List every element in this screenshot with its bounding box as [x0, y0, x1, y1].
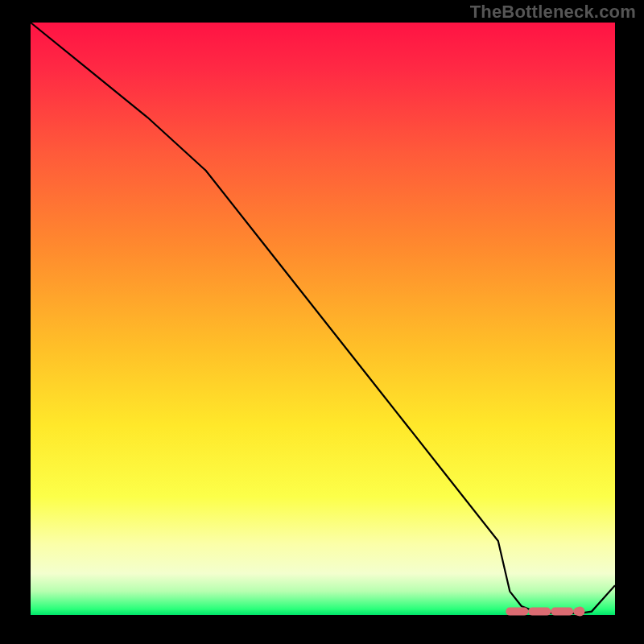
chart-frame: TheBottleneck.com [0, 0, 644, 644]
watermark-label: TheBottleneck.com [470, 2, 636, 23]
plot-area [31, 23, 615, 615]
bottleneck-line [31, 23, 615, 613]
curve-marker [575, 607, 584, 617]
plot-svg [31, 23, 615, 615]
